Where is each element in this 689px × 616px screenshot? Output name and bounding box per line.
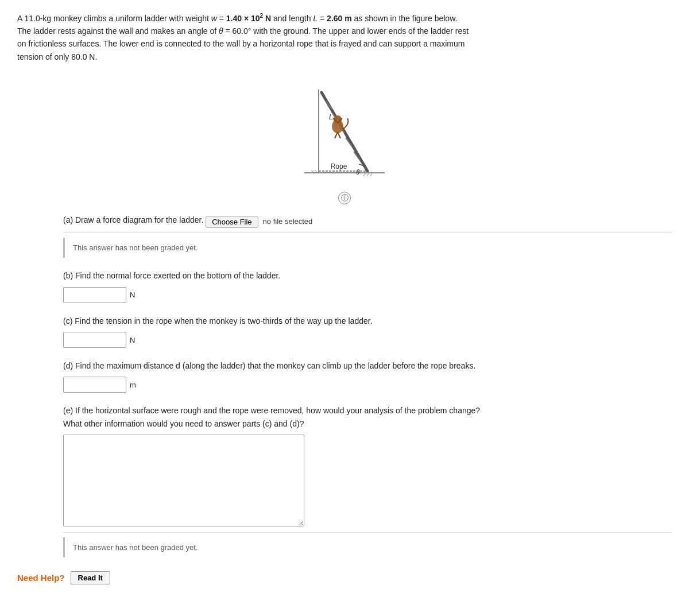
part-a-graded-box: This answer has not been graded yet.	[63, 238, 672, 258]
part-a-section: (a) Draw a force diagram for the ladder.…	[17, 214, 672, 258]
read-it-button[interactable]: Read It	[71, 571, 110, 584]
part-d-unit: m	[130, 381, 136, 389]
part-e-graded-box: This answer has not been graded yet.	[63, 537, 672, 557]
part-e-graded-text: This answer has not been graded yet.	[73, 543, 198, 552]
figure-box: Rope L θ	[287, 72, 402, 187]
figure-container: Rope L θ	[17, 72, 672, 187]
part-c-input-row: N	[63, 332, 672, 348]
figure-svg: Rope L θ	[287, 72, 402, 187]
svg-line-13	[335, 132, 338, 138]
need-help-row: Need Help? Read It	[17, 571, 672, 584]
rope-label: Rope	[331, 162, 347, 171]
part-e-textarea[interactable]	[63, 435, 304, 526]
part-e-label: (e) If the horizontal surface were rough…	[63, 404, 672, 430]
divider-e	[63, 532, 672, 533]
svg-line-14	[338, 132, 340, 138]
problem-statement: A 11.0-kg monkey climbs a uniform ladder…	[17, 11, 672, 63]
part-d-input[interactable]	[63, 377, 126, 393]
theta-label: θ	[356, 168, 360, 176]
choose-file-button[interactable]: Choose File	[206, 216, 258, 228]
part-c-input[interactable]	[63, 332, 126, 348]
problem-text-line3: on frictionless surfaces. The lower end …	[17, 39, 465, 48]
L-label: L	[329, 113, 333, 121]
problem-text-line2: The ladder rests against the wall and ma…	[17, 26, 469, 36]
part-d-section: (d) Find the maximum distance d (along t…	[17, 359, 672, 393]
no-file-text: no file selected	[263, 216, 313, 228]
divider-a	[63, 233, 672, 233]
part-b-input-row: N	[63, 287, 672, 303]
part-c-label: (c) Find the tension in the rope when th…	[63, 315, 672, 327]
part-c-section: (c) Find the tension in the rope when th…	[17, 315, 672, 348]
part-b-label: (b) Find the normal force exerted on the…	[63, 269, 672, 282]
problem-text-line4: tension of only 80.0 N.	[17, 52, 97, 61]
part-e-section: (e) If the horizontal surface were rough…	[17, 404, 672, 557]
part-d-input-row: m	[63, 377, 672, 393]
problem-text-line1: A 11.0-kg monkey climbs a uniform ladder…	[17, 14, 457, 23]
info-icon-row: ⓘ	[17, 192, 672, 204]
part-b-unit: N	[130, 290, 135, 299]
info-icon: ⓘ	[338, 192, 351, 204]
part-b-input[interactable]	[63, 287, 126, 303]
part-a-label: (a) Draw a force diagram for the ladder.…	[63, 214, 672, 228]
need-help-label: Need Help?	[17, 573, 65, 583]
part-c-unit: N	[130, 336, 135, 344]
part-d-label: (d) Find the maximum distance d (along t…	[63, 359, 672, 372]
part-b-section: (b) Find the normal force exerted on the…	[17, 269, 672, 303]
part-a-graded-text: This answer has not been graded yet.	[73, 243, 198, 252]
